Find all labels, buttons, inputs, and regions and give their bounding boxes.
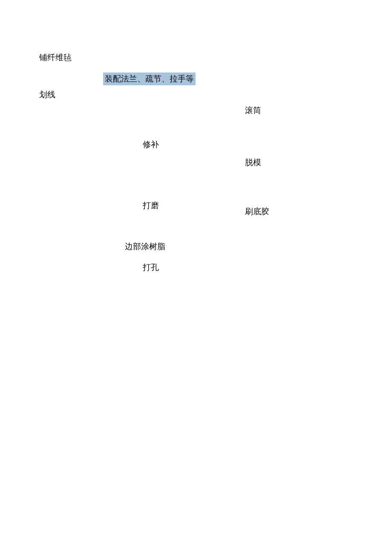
label-drill-hole: 打孔: [143, 262, 159, 273]
label-brush-primer: 刷底胶: [245, 206, 269, 217]
label-repair: 修补: [143, 139, 159, 150]
label-roller: 滚筒: [245, 105, 261, 116]
label-demold: 脱模: [245, 157, 261, 168]
label-hua-line: 划线: [39, 89, 55, 100]
label-polish: 打磨: [143, 200, 159, 211]
label-assembly-flange: 装配法兰、疏节、拉手等: [103, 73, 196, 85]
label-edge-coat-resin: 边部涂树脂: [125, 241, 165, 252]
label-pu-fiber-mat: 铺纤维毡: [39, 52, 72, 63]
